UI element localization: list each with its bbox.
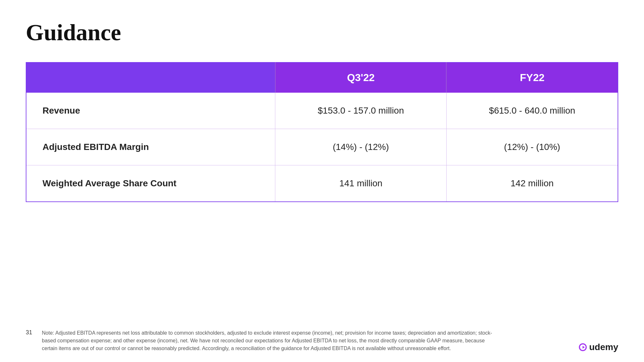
row2-label: Adjusted EBITDA Margin (26, 129, 275, 165)
row1-label: Revenue (26, 93, 275, 129)
page-title: Guidance (26, 19, 618, 46)
udemy-logo: udemy (578, 342, 618, 352)
header-col3: FY22 (446, 62, 618, 93)
guidance-table: Q3'22 FY22 Revenue $153.0 - 157.0 millio… (26, 62, 618, 202)
udemy-logo-icon (578, 343, 587, 352)
row1-q3: $153.0 - 157.0 million (275, 93, 447, 129)
footer-left: 31 Note: Adjusted EBITDA represents net … (26, 329, 493, 352)
table-row: Adjusted EBITDA Margin (14%) - (12%) (12… (26, 129, 618, 165)
page-number: 31 (26, 329, 35, 336)
row2-fy: (12%) - (10%) (446, 129, 618, 165)
row1-fy: $615.0 - 640.0 million (446, 93, 618, 129)
row3-q3: 141 million (275, 165, 447, 202)
header-col1 (26, 62, 275, 93)
table-body: Revenue $153.0 - 157.0 million $615.0 - … (26, 93, 618, 202)
udemy-logo-text: udemy (589, 342, 618, 352)
header-col2: Q3'22 (275, 62, 447, 93)
page-container: Guidance Q3'22 FY22 Revenue $153.0 - 157… (0, 0, 644, 362)
row3-label: Weighted Average Share Count (26, 165, 275, 202)
row3-fy: 142 million (446, 165, 618, 202)
footer-note: Note: Adjusted EBITDA represents net los… (42, 329, 493, 352)
row2-q3: (14%) - (12%) (275, 129, 447, 165)
table-row: Weighted Average Share Count 141 million… (26, 165, 618, 202)
table-header: Q3'22 FY22 (26, 62, 618, 93)
footer: 31 Note: Adjusted EBITDA represents net … (26, 329, 618, 352)
table-row: Revenue $153.0 - 157.0 million $615.0 - … (26, 93, 618, 129)
